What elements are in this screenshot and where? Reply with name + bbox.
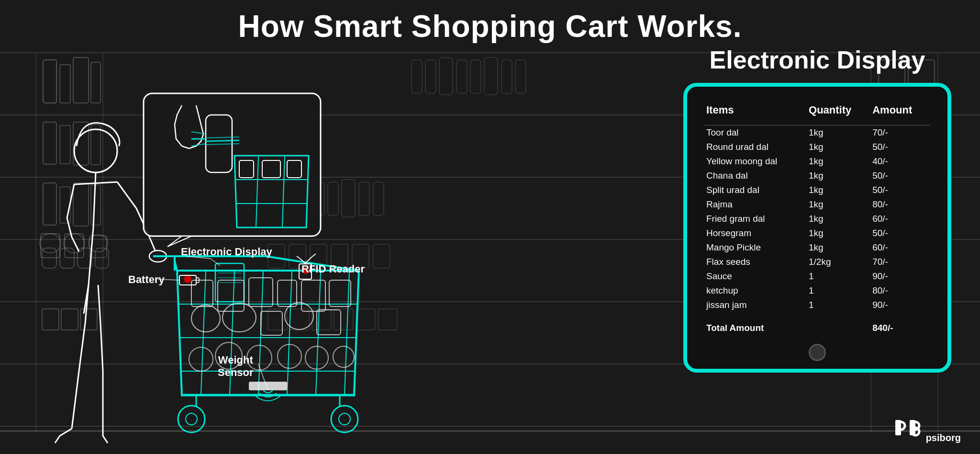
table-cell-col0: Mango Pickle [704,240,807,255]
svg-line-92 [287,272,292,394]
table-cell-col1: 1kg [807,240,870,255]
svg-point-100 [331,406,358,432]
table-cell-col1: 1 [807,298,870,312]
table-cell-col0: Rajma [704,197,807,212]
tablet-frame: Items Quantity Amount Toor dal1kg70/-Rou… [683,83,951,373]
table-row: Chana dal1kg50/- [704,169,930,183]
table-cell-col2: 70/- [870,255,930,269]
psiborg-icon [894,419,923,441]
table-cell-col0: Yellow moong dal [704,154,807,169]
table-cell-col0: jissan jam [704,298,807,312]
svg-rect-145 [317,310,341,335]
col-header-amount: Amount [870,100,930,125]
table-cell-col1: 1/2kg [807,255,870,269]
svg-point-101 [339,413,350,425]
total-amount: 840/- [870,312,930,335]
table-cell-col2: 80/- [870,284,930,298]
table-row: Flax seeds1/2kg70/- [704,255,930,269]
rfid-label: RFID Reader [301,263,365,275]
svg-point-144 [285,303,313,329]
table-cell-col2: 60/- [870,240,930,255]
table-cell-col1: 1kg [807,183,870,197]
svg-rect-79 [484,57,498,95]
table-cell-col2: 40/- [870,154,930,169]
svg-rect-80 [501,60,512,93]
table-row: ketchup180/- [704,284,930,298]
table-cell-col1: 1kg [807,226,870,240]
svg-rect-77 [457,60,467,93]
table-cell-col2: 50/- [870,226,930,240]
svg-rect-113 [249,382,287,390]
items-table: Items Quantity Amount Toor dal1kg70/-Rou… [704,100,930,335]
svg-point-142 [223,303,256,332]
table-row: Mango Pickle1kg60/- [704,240,930,255]
tablet-home-button[interactable] [809,344,826,361]
svg-line-94 [345,272,349,394]
svg-rect-76 [439,57,453,95]
table-cell-col1: 1kg [807,169,870,183]
svg-rect-138 [278,280,297,306]
svg-rect-143 [261,311,282,335]
svg-rect-137 [249,278,273,306]
svg-point-98 [178,406,205,432]
svg-point-146 [189,347,213,371]
table-row: Yellow moong dal1kg40/- [704,154,930,169]
table-cell-col2: 90/- [870,298,930,312]
table-row: Horsegram1kg50/- [704,226,930,240]
psiborg-logo: psiborg [894,419,961,443]
illustration-section: Electronic Display Battery RFID Reader W… [0,45,431,448]
table-cell-col0: Toor dal [704,125,807,140]
display-panel-title: Electronic Display [683,45,951,74]
weight-label: WeightSensor [218,354,254,379]
svg-point-83 [74,129,117,172]
table-cell-col1: 1kg [807,154,870,169]
svg-point-151 [333,346,354,367]
table-cell-col2: 50/- [870,169,930,183]
table-cell-col2: 70/- [870,125,930,140]
table-row: Round urad dal1kg50/- [704,140,930,154]
table-cell-col2: 80/- [870,197,930,212]
svg-rect-139 [301,280,325,311]
table-cell-col1: 1kg [807,197,870,212]
tablet-inner: Items Quantity Amount Toor dal1kg70/-Rou… [687,87,947,369]
total-row: Total Amount840/- [704,312,930,335]
svg-point-99 [186,413,197,425]
total-label: Total Amount [704,312,807,335]
svg-point-141 [191,305,220,332]
table-cell-col0: Round urad dal [704,140,807,154]
table-cell-col1: 1 [807,269,870,284]
table-cell-col2: 90/- [870,269,930,284]
table-cell-col1: 1kg [807,212,870,226]
col-header-items: Items [704,100,807,125]
table-row: Split urad dal1kg50/- [704,183,930,197]
page-title: How Smart Shopping Cart Works. [0,9,980,44]
table-cell-col0: Sauce [704,269,807,284]
electronic-display-label: Electronic Display [181,246,272,258]
table-cell-col2: 60/- [870,212,930,226]
table-row: Rajma1kg80/- [704,197,930,212]
table-cell-col1: 1kg [807,140,870,154]
table-cell-col0: Chana dal [704,169,807,183]
svg-line-132 [206,140,239,141]
svg-rect-135 [191,280,213,306]
battery-label: Battery [128,273,165,286]
table-cell-col0: Horsegram [704,226,807,240]
table-cell-col2: 50/- [870,183,930,197]
svg-marker-120 [167,236,191,247]
table-cell-col1: 1 [807,284,870,298]
display-panel: Electronic Display Items Quantity Amount… [683,45,951,373]
svg-rect-81 [515,60,526,93]
table-row: Fried gram dal1kg60/- [704,212,930,226]
table-cell-col2: 50/- [870,140,930,154]
table-cell-col0: ketchup [704,284,807,298]
table-cell-col0: Fried gram dal [704,212,807,226]
svg-point-149 [278,344,301,368]
table-cell-col1: 1kg [807,125,870,140]
svg-point-108 [184,275,191,283]
svg-rect-136 [218,280,244,311]
svg-line-89 [201,272,206,394]
table-row: Sauce190/- [704,269,930,284]
table-cell-col0: Flax seeds [704,255,807,269]
table-row: Toor dal1kg70/- [704,125,930,140]
svg-rect-78 [470,60,481,93]
